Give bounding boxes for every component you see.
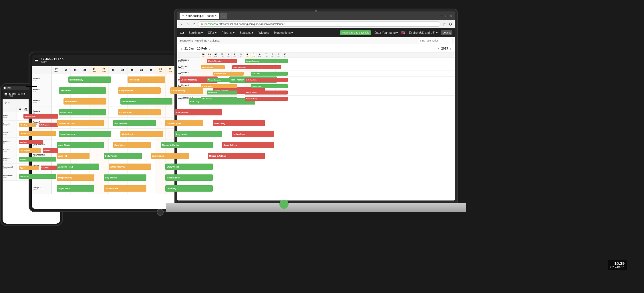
- browser-url-bar[interactable]: 🔒 Bezpieczna https://panel.bed-booking.c…: [198, 21, 440, 27]
- year-prev-button[interactable]: ‹: [438, 46, 440, 51]
- phone-room-cell: Room 42 2: [3, 138, 17, 146]
- phone-reservation-bar[interactable]: Alan New...: [19, 140, 43, 144]
- tablet-reservation-bar[interactable]: Tom Riley: [165, 185, 213, 192]
- reservation-bar[interactable]: Charlie Mccarthy: [207, 59, 237, 63]
- window-close-button[interactable]: ✕: [450, 14, 452, 18]
- reservation-bar[interactable]: Sofia Ferguson: [232, 65, 281, 69]
- tablet-reservation-bar[interactable]: Sean Rowen: [63, 98, 106, 105]
- phone-room-cell: Room 22 2+1: [3, 121, 17, 129]
- tablet-reservation-bar[interactable]: Oscar Doherty: [222, 142, 274, 148]
- tablet-reservation-bar[interactable]: Zoe Higgins: [151, 153, 189, 159]
- tablet-reservation-bar[interactable]: Christopher Lewis: [57, 120, 104, 126]
- tablet-reservation-bar[interactable]: Lewis Clayton: [57, 142, 104, 148]
- nav-bookings-button[interactable]: Bookings ▾: [187, 31, 204, 35]
- browser-tab-inactive[interactable]: ...: [220, 13, 227, 19]
- reservation-bar[interactable]: Amy Harris: [207, 91, 237, 95]
- tablet-reservation-bar[interactable]: Harrison Welch: [113, 120, 156, 126]
- language-button[interactable]: English (UK and US) ▾: [407, 31, 439, 35]
- nav-widgets-button[interactable]: Widgets: [257, 31, 271, 35]
- reservation-bar[interactable]: Katherine Dale: [213, 72, 244, 76]
- day-cell-13: [282, 64, 288, 70]
- browser-star-button[interactable]: ☆: [442, 22, 447, 26]
- find-reservation-input[interactable]: [418, 38, 452, 43]
- tablet-reservation-bar[interactable]: Alicia Brooks: [120, 131, 163, 137]
- tablet-reservation-bar[interactable]: Madeleine Read: [57, 164, 99, 170]
- tablet-add-reservation-button[interactable]: +: [279, 200, 289, 209]
- reservation-bar[interactable]: Morgan Freeman: [245, 59, 288, 63]
- browser-tab-active[interactable]: 🛏 BedBooking.pl - panel ✕: [180, 13, 219, 19]
- tablet-reservation-bar[interactable]: Laura Hill: [57, 153, 90, 159]
- tablet-reservation-bar[interactable]: Yasmin Elliott: [59, 109, 106, 115]
- tablet-reservation-bar[interactable]: Alan Newman: [175, 109, 222, 115]
- tablet-reservation-bar[interactable]: Naomi King: [213, 120, 265, 126]
- tablet-reservation-bar[interactable]: Amy Harris: [175, 131, 222, 137]
- window-minimize-button[interactable]: —: [440, 14, 443, 18]
- tablet-reservation-bar[interactable]: Zack Miles: [113, 142, 151, 148]
- browser-refresh-button[interactable]: ↺: [192, 22, 197, 26]
- reservation-bar[interactable]: Ellie Daly: [251, 72, 288, 76]
- tablet-reservation-bar[interactable]: Billy Holloway: [68, 76, 111, 83]
- phone-reservation-bar[interactable]: Amy Harris: [19, 157, 56, 162]
- reservation-bar[interactable]: Aimee Coleman: [207, 78, 231, 82]
- tablet-reservation-bar[interactable]: Nathan Rowe: [232, 131, 274, 137]
- logout-button[interactable]: Logout: [441, 30, 452, 35]
- premium-button[interactable]: Premium: 180 days left: [340, 30, 371, 35]
- tablet-reservation-bar[interactable]: Laura Humphries: [59, 131, 111, 137]
- username-button[interactable]: Enter Your name ▾: [373, 31, 399, 35]
- tablet-reservation-bar[interactable]: Mildred S. William: [208, 153, 265, 159]
- tablet-reservation-bar[interactable]: Megan Sweet: [57, 185, 94, 192]
- reservation-bar[interactable]: Oscar Doherty: [245, 97, 288, 101]
- window-maximize-button[interactable]: □: [445, 14, 447, 18]
- tablet-reservation-bar[interactable]: Philip Newman: [118, 87, 161, 94]
- calendar-prev-button[interactable]: ‹: [181, 46, 182, 51]
- reservation-bar[interactable]: Nathan Rowe: [245, 91, 288, 95]
- tablet-reservation-bar[interactable]: Billy Thomas: [104, 174, 146, 181]
- phone-menu-button[interactable]: ☰: [4, 93, 7, 97]
- tablet-reservation-bar[interactable]: Jamie Nash: [59, 87, 106, 94]
- phone-reservation-bar[interactable]: Higgins: [19, 166, 39, 170]
- reservation-bar[interactable]: Ellie Howells: [201, 97, 237, 101]
- day-cell-0: [200, 58, 206, 64]
- phone-reservation-bar[interactable]: Charlie Mccarthy: [23, 114, 58, 119]
- tablet-home-button[interactable]: [157, 209, 164, 216]
- phone-reservation-bar[interactable]: Emily Woods: [19, 174, 56, 179]
- phone-reservation-bar[interactable]: S. Harding: [19, 123, 37, 127]
- tablet-reservation-bar[interactable]: Andrew Cole: [118, 109, 161, 115]
- tablet-reservation-bar[interactable]: Thomas L. Zuniga: [161, 142, 213, 148]
- tablet-reservation-bar[interactable]: Cody Tomlin: [104, 153, 142, 159]
- tablet-menu-button[interactable]: ☰: [35, 58, 39, 63]
- phone-reservation-bar[interactable]: Naomi Ki...: [43, 148, 58, 153]
- phone-reservation-bar[interactable]: Sofia Ferguson: [39, 123, 58, 127]
- phone-filter-icon: ⚙: [4, 101, 7, 104]
- tablet-reservation-bar[interactable]: Sarah Harding: [170, 87, 203, 94]
- tablet-reservation-bar[interactable]: John Griffiths: [104, 185, 146, 192]
- phone-reservation-bar[interactable]: Chris Bergman: [19, 148, 41, 153]
- reservation-bar[interactable]: Sarah Harding: [201, 65, 225, 69]
- phone-room-cell: Room 12 2+1: [3, 112, 17, 120]
- tablet-reservation-bar[interactable]: Rhys Todd: [128, 76, 165, 83]
- phone-reservation-bar[interactable]: Katherine Dale: [19, 131, 56, 136]
- browser-forward-button[interactable]: ›: [185, 22, 190, 26]
- browser-tab-close-icon[interactable]: ✕: [215, 15, 217, 17]
- reservation-bar[interactable]: Naomi King: [251, 84, 288, 88]
- nav-more-options-button[interactable]: More options ▾: [272, 31, 295, 35]
- room-bed-icon: 🛏: [178, 97, 181, 100]
- tablet-reservation-bar[interactable]: Blake Russell: [165, 174, 213, 181]
- tablet-reservation-bar[interactable]: Chris Bergman: [165, 120, 203, 126]
- tablet-reservation-bar[interactable]: Bethany Harvey: [109, 164, 151, 170]
- reservation-bar[interactable]: Nicholas Cain: [245, 78, 288, 82]
- nav-pricelist-button[interactable]: Price list ▾: [220, 31, 236, 35]
- year-next-button[interactable]: ›: [450, 46, 451, 51]
- tablet-day-cell-11: [156, 183, 165, 194]
- tablet-reservation-bar[interactable]: Joseph Murray: [57, 174, 94, 181]
- tablet-reservation-bar[interactable]: Katherine Dale: [120, 98, 172, 105]
- room-days-container: Charlie MccarthyMorgan Freeman: [200, 58, 455, 64]
- calendar-next-button[interactable]: ›: [209, 46, 211, 51]
- nav-statistics-button[interactable]: Statistics ▾: [238, 31, 255, 35]
- browser-extensions-button[interactable]: ⚙: [448, 22, 453, 26]
- reservation-bar[interactable]: Archie Walton: [201, 84, 237, 88]
- nav-offer-button[interactable]: Offer ▾: [206, 31, 218, 35]
- browser-back-button[interactable]: ‹: [179, 22, 184, 26]
- phone-reservation-bar[interactable]: Katie Blake: [41, 166, 58, 170]
- tablet-reservation-bar[interactable]: Emily Woods: [165, 164, 213, 170]
